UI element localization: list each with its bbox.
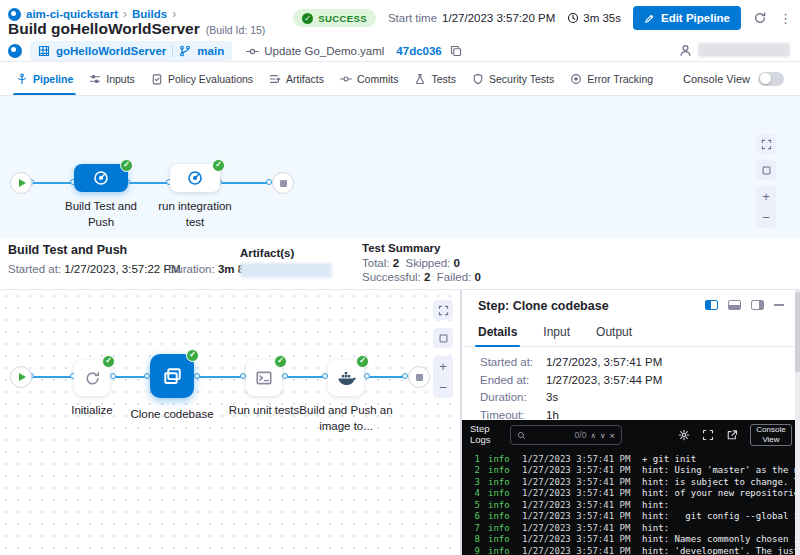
step-node-build-and-push[interactable]: ✓	[328, 360, 364, 396]
zoom-in-button[interactable]: +	[439, 359, 447, 374]
tab-pipeline[interactable]: Pipeline	[8, 62, 81, 95]
step-log-console: Step Logs 0/0 ∧ ∨ × Console View 1info1/…	[462, 420, 800, 555]
canvas-fit-button[interactable]	[756, 160, 776, 180]
success-check-icon: ✓	[102, 355, 115, 368]
layout-right-panel-button[interactable]	[751, 300, 764, 310]
tab-policy-evaluations[interactable]: Policy Evaluations	[143, 62, 261, 95]
tab-input[interactable]: Input	[543, 325, 570, 346]
layout-bottom-panel-button[interactable]	[728, 300, 741, 310]
tab-commits[interactable]: Commits	[332, 62, 406, 95]
connector-dot	[364, 373, 370, 379]
canvas-expand-button[interactable]	[433, 300, 453, 320]
step-node-clone-codebase[interactable]: ✓	[150, 354, 194, 398]
refresh-icon	[753, 11, 767, 25]
zoom-in-button[interactable]: +	[762, 189, 770, 204]
tab-details[interactable]: Details	[478, 325, 517, 346]
connector-line	[286, 376, 326, 378]
test-summary-row-1: Total: 2 Skipped: 0	[362, 257, 460, 269]
stage-graph-canvas: ✓ ✓ Build Test and Push run integration …	[0, 96, 800, 238]
step-label[interactable]: Clone codebase	[120, 406, 224, 422]
canvas-expand-button[interactable]	[756, 134, 776, 154]
canvas-zoom-controls: + −	[756, 186, 776, 228]
log-line: 7info1/27/2023 3:57:41 PMhint:	[470, 522, 800, 534]
page-header: aim-ci-quickstart › Builds › ✓ SUCCESS S…	[0, 0, 800, 62]
stop-icon	[280, 180, 287, 187]
harness-logo-icon	[8, 44, 22, 58]
field-started-at: Started at:1/27/2023, 3:57:41 PM	[480, 356, 662, 368]
zoom-out-button[interactable]: −	[762, 210, 770, 225]
search-prev-button[interactable]: ∧	[590, 431, 596, 440]
stage-node-build-test-and-push[interactable]: ✓	[74, 164, 128, 192]
tab-inputs[interactable]: Inputs	[81, 62, 143, 95]
artifacts-list-icon	[269, 73, 281, 85]
step-node-run-unit-tests[interactable]: ✓	[246, 360, 282, 396]
connector-line	[130, 182, 168, 184]
step-label[interactable]: Build and Push an image to...	[296, 402, 396, 434]
elapsed-time: 3m 35s	[567, 12, 621, 24]
status-text: SUCCESS	[318, 13, 367, 24]
breadcrumb-project[interactable]: aim-ci-quickstart	[26, 8, 118, 20]
zoom-out-button[interactable]: −	[439, 380, 447, 395]
log-settings-gear-icon[interactable]	[678, 429, 690, 441]
pipeline-start-node	[10, 172, 32, 194]
minimize-panel-button[interactable]	[774, 304, 784, 306]
commit-icon	[246, 45, 259, 58]
panel-scrollbar[interactable]	[795, 290, 800, 555]
play-icon	[19, 179, 26, 187]
connector-line	[32, 182, 72, 184]
tab-output[interactable]: Output	[596, 325, 632, 346]
log-line: 9info1/27/2023 3:57:41 PMhint: 'developm…	[470, 545, 800, 555]
stage-label[interactable]: run integration test	[150, 198, 240, 230]
tab-security-tests[interactable]: Security Tests	[464, 62, 562, 95]
more-options-button[interactable]: ⋮	[779, 11, 792, 26]
fit-view-icon	[438, 333, 449, 344]
tab-tests[interactable]: Tests	[406, 62, 464, 95]
repo-grid-icon	[38, 45, 50, 57]
tab-artifacts[interactable]: Artifacts	[261, 62, 332, 95]
refresh-button[interactable]	[753, 11, 767, 25]
log-search-box[interactable]: 0/0 ∧ ∨ ×	[510, 425, 622, 445]
harness-logo-icon	[8, 8, 21, 21]
layout-left-split-button[interactable]	[705, 300, 718, 310]
tab-error-tracking[interactable]: Error Tracking	[562, 62, 661, 95]
edit-pipeline-button[interactable]: Edit Pipeline	[633, 6, 741, 30]
log-title: Step Logs	[470, 424, 502, 446]
redacted-artifact-link[interactable]	[240, 263, 332, 278]
check-icon: ✓	[302, 13, 313, 24]
console-view-toggle[interactable]	[758, 72, 784, 86]
success-check-icon: ✓	[356, 355, 369, 368]
search-close-button[interactable]: ×	[609, 430, 615, 441]
commit-hash-link[interactable]: 47dc036	[396, 45, 441, 57]
play-icon	[19, 373, 26, 381]
stage-end-node	[408, 366, 430, 388]
log-fullscreen-icon[interactable]	[702, 429, 714, 441]
log-line: 3info1/27/2023 3:57:41 PMhint: is subjec…	[470, 476, 800, 488]
log-console-view-button[interactable]: Console View	[750, 424, 792, 446]
step-detail-fields: Started at:1/27/2023, 3:57:41 PM Ended a…	[480, 356, 662, 426]
status-badge: ✓ SUCCESS	[293, 9, 376, 27]
build-id: (Build Id: 15)	[206, 24, 266, 36]
build-title: Build goHelloWorldServer	[8, 20, 200, 38]
success-check-icon: ✓	[186, 349, 199, 362]
step-node-initialize[interactable]: ✓	[74, 360, 110, 396]
connector-line	[114, 376, 148, 378]
log-lines[interactable]: 1info1/27/2023 3:57:41 PM+ git init 2inf…	[462, 450, 800, 555]
step-panel-title: Step: Clone codebase	[478, 299, 609, 313]
log-open-external-icon[interactable]	[726, 429, 738, 441]
canvas-fit-button[interactable]	[433, 328, 453, 348]
build-pipeline-page: aim-ci-quickstart › Builds › ✓ SUCCESS S…	[0, 0, 800, 555]
connector-dot	[110, 373, 116, 379]
search-next-button[interactable]: ∨	[600, 431, 606, 440]
success-check-icon: ✓	[274, 355, 287, 368]
stage-node-run-integration-test[interactable]: ✓	[170, 164, 220, 192]
build-tabbar: Pipeline Inputs Policy Evaluations Artif…	[0, 62, 800, 96]
success-check-icon: ✓	[212, 159, 225, 172]
success-check-icon: ✓	[120, 159, 133, 172]
panel-layout-controls	[705, 300, 784, 310]
fullscreen-icon	[438, 305, 449, 316]
copy-icon[interactable]	[450, 45, 462, 57]
search-result-count: 0/0	[575, 430, 587, 440]
breadcrumb-builds[interactable]: Builds	[132, 8, 167, 20]
repo-branch-pill[interactable]: goHelloWorldServer main	[30, 41, 232, 61]
stage-label[interactable]: Build Test and Push	[55, 198, 147, 230]
